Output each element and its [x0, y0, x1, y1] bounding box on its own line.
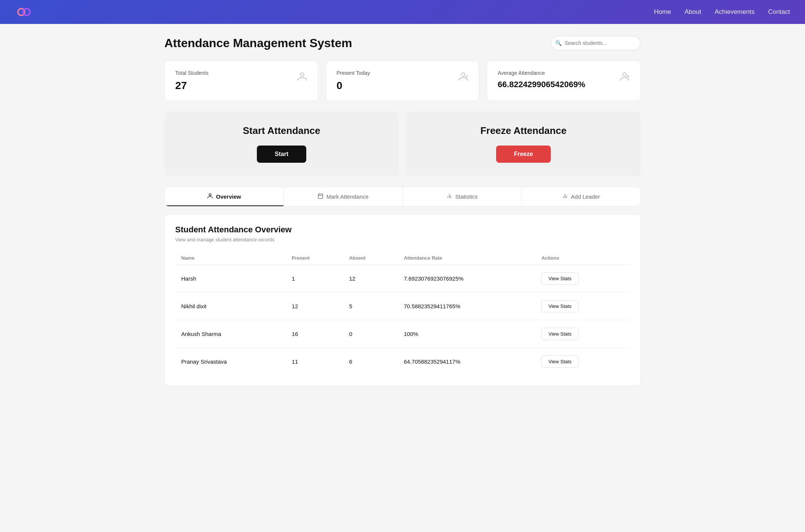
- tab-statistics[interactable]: Statistics: [403, 187, 522, 206]
- calendar-icon: [318, 193, 323, 200]
- cell-name: Ankush Sharma: [175, 320, 286, 348]
- start-attendance-card: Start Attendance Start: [164, 111, 399, 176]
- cell-present: 11: [286, 348, 343, 376]
- avg-attendance-icon: [619, 71, 630, 84]
- stat-card-avg: Average Attendance 66.822429906542069%: [487, 61, 641, 101]
- freeze-attendance-title: Freeze Attendance: [480, 125, 566, 137]
- table-row: Nikhil dixit 12 5 70.58823529411765% Vie…: [175, 293, 630, 320]
- svg-rect-8: [318, 194, 323, 199]
- stat-label-total: Total Students: [175, 70, 209, 76]
- table-row: Pranay Srivastava 11 6 64.70588235294117…: [175, 348, 630, 376]
- table-head: Name Present Absent Attendance Rate Acti…: [175, 251, 630, 265]
- tab-mark-attendance-label: Mark Attendance: [326, 193, 369, 200]
- cell-name: Pranay Srivastava: [175, 348, 286, 376]
- tab-mark-attendance[interactable]: Mark Attendance: [284, 187, 403, 206]
- page-title: Attendance Management System: [164, 36, 352, 50]
- cell-absent: 12: [343, 265, 398, 293]
- table-section: Student Attendance Overview View and man…: [164, 214, 641, 386]
- nav-home[interactable]: Home: [654, 8, 671, 15]
- table-row: Ankush Sharma 16 0 100% View Stats: [175, 320, 630, 348]
- stat-label-present: Present Today: [337, 70, 370, 76]
- cell-action: View Stats: [535, 348, 630, 376]
- logo: [15, 3, 33, 21]
- attendance-table: Name Present Absent Attendance Rate Acti…: [175, 251, 630, 375]
- cell-present: 1: [286, 265, 343, 293]
- action-cards: Start Attendance Start Freeze Attendance…: [164, 111, 641, 176]
- search-icon: 🔍: [555, 40, 562, 46]
- freeze-attendance-card: Freeze Attendance Freeze: [406, 111, 641, 176]
- table-body: Harsh 1 12 7.6923076923076925% View Stat…: [175, 265, 630, 376]
- overview-icon: [207, 193, 213, 200]
- svg-point-3: [462, 73, 465, 76]
- cell-name: Nikhil dixit: [175, 293, 286, 320]
- cell-rate: 64.70588235294117%: [398, 348, 535, 376]
- stat-value-avg: 66.822429906542069%: [498, 80, 585, 89]
- tab-add-leader-label: Add Leader: [571, 193, 600, 200]
- stat-value-total: 27: [175, 80, 209, 92]
- table-subtitle: View and manage student attendance recor…: [175, 237, 630, 242]
- start-button[interactable]: Start: [257, 146, 306, 163]
- svg-point-2: [300, 73, 304, 76]
- nav-links: Home About Achievements Contact: [654, 8, 790, 16]
- tabs-bar: Overview Mark Attendance Statistics Add …: [164, 187, 641, 207]
- stat-cards: Total Students 27 Present Today 0: [164, 61, 641, 101]
- table-row: Harsh 1 12 7.6923076923076925% View Stat…: [175, 265, 630, 293]
- cell-present: 12: [286, 293, 343, 320]
- cell-present: 16: [286, 320, 343, 348]
- start-attendance-title: Start Attendance: [243, 125, 320, 137]
- col-present: Present: [286, 251, 343, 265]
- col-absent: Absent: [343, 251, 398, 265]
- cell-rate: 70.58823529411765%: [398, 293, 535, 320]
- cell-absent: 5: [343, 293, 398, 320]
- cell-rate: 7.6923076923076925%: [398, 265, 535, 293]
- svg-point-4: [623, 73, 626, 76]
- view-stats-button[interactable]: View Stats: [541, 355, 578, 368]
- freeze-button[interactable]: Freeze: [496, 146, 551, 163]
- add-leader-icon: [562, 193, 568, 200]
- cell-name: Harsh: [175, 265, 286, 293]
- statistics-icon: [446, 193, 452, 200]
- total-students-icon: [297, 71, 307, 84]
- table-title: Student Attendance Overview: [175, 225, 630, 235]
- stat-card-total: Total Students 27: [164, 61, 318, 101]
- search-input[interactable]: [551, 36, 641, 50]
- stat-card-present: Present Today 0: [326, 61, 480, 101]
- view-stats-button[interactable]: View Stats: [541, 272, 578, 285]
- tab-overview-label: Overview: [216, 193, 241, 200]
- nav-contact[interactable]: Contact: [768, 8, 790, 15]
- search-wrapper: 🔍: [551, 36, 641, 50]
- cell-action: View Stats: [535, 320, 630, 348]
- col-actions: Actions: [535, 251, 630, 265]
- tab-add-leader[interactable]: Add Leader: [522, 187, 640, 206]
- cell-rate: 100%: [398, 320, 535, 348]
- stat-value-present: 0: [337, 80, 370, 92]
- header-row: Attendance Management System 🔍: [164, 36, 641, 50]
- view-stats-button[interactable]: View Stats: [541, 300, 578, 312]
- view-stats-button[interactable]: View Stats: [541, 328, 578, 340]
- nav-achievements[interactable]: Achievements: [715, 8, 755, 15]
- navbar: Home About Achievements Contact: [0, 0, 805, 24]
- main-content: Attendance Management System 🔍 Total Stu…: [155, 24, 650, 398]
- tab-overview[interactable]: Overview: [165, 187, 284, 206]
- svg-point-7: [209, 194, 211, 196]
- nav-about[interactable]: About: [684, 8, 701, 15]
- col-rate: Attendance Rate: [398, 251, 535, 265]
- cell-action: View Stats: [535, 293, 630, 320]
- present-today-icon: [458, 71, 468, 84]
- cell-absent: 6: [343, 348, 398, 376]
- stat-label-avg: Average Attendance: [498, 70, 585, 76]
- cell-action: View Stats: [535, 265, 630, 293]
- tab-statistics-label: Statistics: [455, 193, 478, 200]
- col-name: Name: [175, 251, 286, 265]
- cell-absent: 0: [343, 320, 398, 348]
